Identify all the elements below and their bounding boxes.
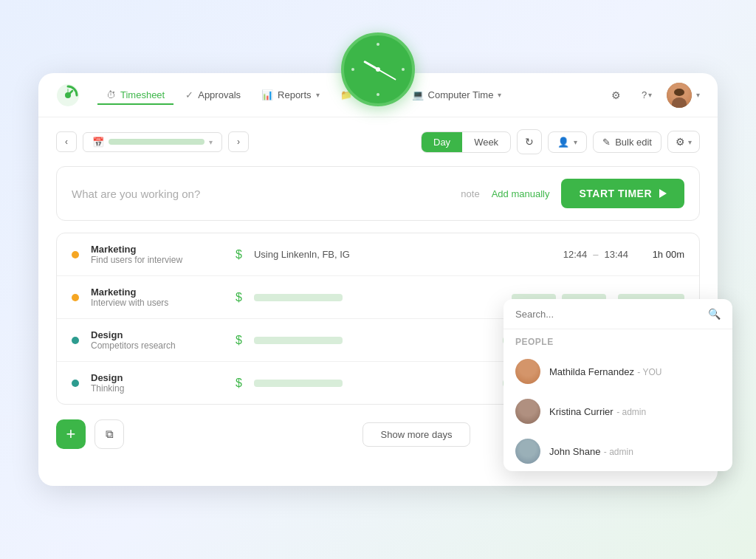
billable-icon: $ (236, 248, 242, 261)
toolbar-settings-icon: ⚙ (676, 136, 685, 148)
billable-icon: $ (236, 377, 242, 390)
clock (341, 32, 415, 106)
timer-placeholder[interactable]: What are you working on? (72, 188, 449, 200)
nav-item-computer-time[interactable]: 💻 Computer Time ▾ (403, 85, 511, 105)
entry-dash: – (593, 249, 598, 260)
person-name-kristina: Kristina Currier - admin (549, 405, 646, 418)
person-badge: - admin (604, 447, 633, 457)
refresh-button[interactable]: ↻ (517, 129, 542, 154)
entry-project: Design (91, 372, 224, 383)
prev-date-button[interactable]: ‹ (56, 131, 77, 152)
help-button[interactable]: ? ▾ (636, 84, 658, 106)
person-badge: - YOU (637, 367, 662, 377)
person-row-kristina[interactable]: Kristina Currier - admin (504, 391, 732, 431)
person-name-john: John Shane - admin (549, 445, 633, 458)
avatar-image (515, 359, 540, 384)
nav-label-reports: Reports (278, 89, 312, 100)
note-label: note (461, 188, 479, 199)
entry-end-time: 13:44 (604, 249, 628, 260)
bulk-edit-button[interactable]: ✎ Bulk edit (593, 131, 662, 153)
calendar-icon: 📅 (92, 137, 104, 148)
entry-project: Design (91, 329, 224, 340)
people-search-container: 🔍 (504, 299, 732, 329)
entry-task: Find users for interview (91, 255, 224, 265)
user-menu[interactable]: ▾ (667, 83, 700, 108)
next-arrow-icon: › (237, 137, 240, 147)
person-row-mathilda[interactable]: Mathilda Fernandez - YOU (504, 351, 732, 391)
person-avatar (515, 359, 540, 384)
toolbar-settings-dropdown-arrow: ▾ (688, 138, 692, 146)
copy-button[interactable]: ⧉ (94, 419, 124, 449)
entry-info: Design Competitors research (91, 329, 224, 351)
person-avatar (515, 399, 540, 424)
entry-info: Marketing Interview with users (91, 287, 224, 308)
bulk-edit-label: Bulk edit (615, 137, 652, 148)
day-view-button[interactable]: Day (422, 132, 462, 152)
entry-task: Competitors research (91, 340, 224, 351)
person-name-mathilda: Mathilda Fernandez - YOU (549, 365, 662, 378)
date-display[interactable]: 📅 ▾ (83, 132, 222, 152)
person-avatar (515, 439, 540, 464)
start-timer-label: START TIMER (579, 188, 652, 199)
user-avatar (667, 83, 692, 108)
entry-description-skeleton (254, 294, 343, 301)
avatar-image (515, 399, 540, 424)
entry-dot (72, 380, 79, 387)
entry-project: Marketing (91, 287, 224, 298)
help-dropdown-arrow: ▾ (648, 91, 652, 99)
nav-label-timesheet: Timesheet (120, 89, 165, 100)
add-entry-button[interactable]: + (56, 419, 86, 449)
week-view-button[interactable]: Week (462, 132, 510, 152)
entry-dot (72, 294, 79, 301)
nav-right: ⚙ ? ▾ ▾ (605, 83, 700, 108)
add-manually-button[interactable]: Add manually (492, 188, 550, 199)
computer-time-dropdown-arrow: ▾ (498, 91, 501, 99)
person-name: Mathilda Fernandez (549, 366, 634, 377)
user-dropdown-arrow: ▾ (696, 91, 700, 99)
entry-task: Thinking (91, 383, 224, 394)
refresh-icon: ↻ (525, 136, 534, 148)
date-bar (109, 139, 205, 145)
billable-icon: $ (236, 291, 242, 304)
prev-arrow-icon: ‹ (65, 137, 68, 147)
copy-icon: ⧉ (106, 428, 114, 441)
search-icon: 🔍 (708, 308, 721, 320)
entry-dot (72, 251, 79, 258)
view-toggle: Day Week (421, 131, 511, 153)
entry-duration: 1h 00m (640, 249, 684, 260)
toolbar-right: Day Week ↻ 👤 ▾ ✎ Bulk edit ⚙ ▾ (421, 129, 700, 154)
start-timer-button[interactable]: START TIMER (561, 179, 684, 208)
edit-icon: ✎ (602, 137, 611, 148)
person-badge: - admin (616, 407, 646, 417)
avatar-image (515, 439, 540, 464)
entry-project: Marketing (91, 244, 224, 255)
entry-description-skeleton (254, 337, 343, 344)
people-search-input[interactable] (515, 309, 702, 320)
people-section-label: People (504, 329, 732, 351)
people-filter-button[interactable]: 👤 ▾ (548, 131, 587, 153)
logo (56, 83, 80, 107)
nav-item-reports[interactable]: 📊 Reports ▾ (252, 85, 329, 105)
timesheet-icon: ⏱ (106, 89, 116, 100)
entry-start-time: 12:44 (563, 249, 588, 260)
app-container: ⏱ Timesheet ✓ Approvals 📊 Reports ▾ 📁 Pr… (38, 73, 718, 486)
nav-label-approvals: Approvals (198, 89, 241, 100)
calendar-dropdown-arrow: ▾ (209, 138, 213, 146)
clock-minute-hand (378, 69, 396, 80)
nav-item-approvals[interactable]: ✓ Approvals (176, 85, 250, 105)
nav-item-timesheet[interactable]: ⏱ Timesheet (97, 85, 173, 105)
next-date-button[interactable]: › (228, 131, 249, 152)
entry-dot (72, 337, 79, 344)
people-dropdown: 🔍 People Mathilda Fernandez - YOU Kristi… (504, 299, 732, 471)
table-row: Marketing Find users for interview $ Usi… (57, 233, 699, 276)
people-icon: 👤 (557, 137, 569, 148)
add-icon: + (66, 425, 76, 444)
toolbar-settings-button[interactable]: ⚙ ▾ (667, 131, 700, 153)
person-row-john[interactable]: John Shane - admin (504, 431, 732, 471)
show-more-days-button[interactable]: Show more days (362, 422, 471, 447)
billable-icon: $ (236, 334, 242, 347)
nav-label-computer-time: Computer Time (428, 89, 494, 100)
settings-nav-button[interactable]: ⚙ (605, 84, 627, 106)
timer-bar: What are you working on? note Add manual… (56, 166, 700, 221)
people-dropdown-arrow: ▾ (574, 138, 577, 146)
